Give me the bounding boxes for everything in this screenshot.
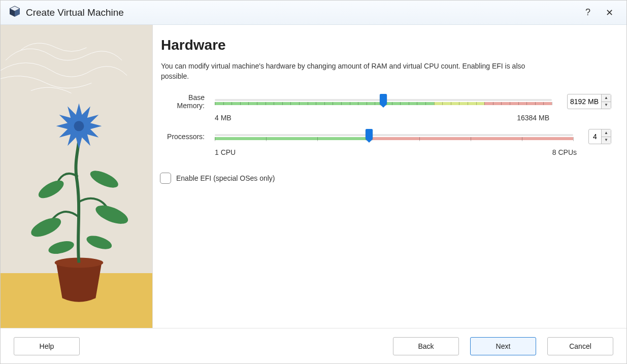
back-button[interactable]: Back [393, 337, 459, 355]
efi-checkbox[interactable] [160, 173, 171, 184]
processors-row: Processors: ▲ ▼ [160, 129, 611, 144]
title-bar: Create Virtual Machine ? ✕ [1, 1, 626, 25]
help-button[interactable]: Help [14, 337, 80, 355]
svg-point-9 [85, 233, 113, 252]
processors-label: Processors: [160, 133, 209, 141]
efi-row: Enable EFI (special OSes only) [160, 173, 611, 184]
page-description: You can modify virtual machine's hardwar… [161, 61, 547, 81]
memory-value-input[interactable] [568, 97, 601, 106]
processors-spinbox[interactable]: ▲ ▼ [588, 129, 611, 144]
processors-slider[interactable] [215, 130, 573, 143]
memory-row: Base Memory: ▲ ▼ [160, 93, 611, 110]
app-icon [9, 6, 21, 19]
memory-step-up[interactable]: ▲ [602, 94, 611, 102]
content-area: Hardware You can modify virtual machine'… [153, 25, 626, 329]
svg-point-8 [47, 239, 76, 256]
page-heading: Hardware [161, 37, 611, 53]
window-title: Create Virtual Machine [26, 7, 124, 18]
footer: Help Back Next Cancel [1, 328, 626, 363]
svg-point-7 [88, 168, 120, 191]
processors-step-down[interactable]: ▼ [602, 137, 611, 144]
svg-point-6 [36, 177, 67, 202]
processors-min-label: 1 CPU [215, 148, 236, 156]
memory-slider-thumb[interactable] [380, 94, 387, 105]
help-icon[interactable]: ? [585, 7, 590, 18]
svg-point-5 [93, 202, 130, 227]
processors-max-label: 8 CPUs [552, 148, 577, 156]
svg-point-4 [28, 214, 64, 241]
memory-slider[interactable] [215, 95, 552, 108]
processors-step-up[interactable]: ▲ [602, 129, 611, 137]
memory-max-label: 16384 MB [517, 114, 549, 122]
close-icon[interactable]: ✕ [606, 7, 613, 18]
memory-spinbox[interactable]: ▲ ▼ [567, 94, 611, 109]
processors-value-input[interactable] [589, 133, 601, 141]
main-container: Hardware You can modify virtual machine'… [1, 25, 626, 329]
memory-label: Base Memory: [160, 93, 209, 110]
sidebar-illustration [1, 25, 153, 329]
svg-point-22 [74, 121, 84, 131]
efi-label: Enable EFI (special OSes only) [176, 174, 275, 182]
processors-slider-thumb[interactable] [366, 129, 373, 140]
memory-min-label: 4 MB [215, 114, 232, 122]
cancel-button[interactable]: Cancel [547, 337, 613, 355]
next-button[interactable]: Next [470, 337, 536, 355]
memory-step-down[interactable]: ▼ [602, 102, 611, 109]
